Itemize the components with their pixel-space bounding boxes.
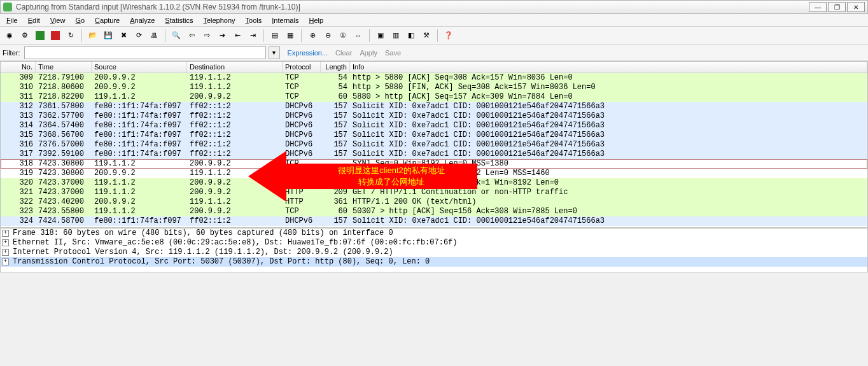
- col-header-time[interactable]: Time: [36, 62, 92, 73]
- filter-dropdown-button[interactable]: ▼: [269, 46, 280, 59]
- detail-tree-row[interactable]: +Internet Protocol Version 4, Src: 119.1…: [1, 248, 867, 257]
- print-icon[interactable]: 🖶: [147, 29, 161, 43]
- menu-item[interactable]: Analyze: [125, 15, 160, 25]
- packet-cell: 157: [321, 102, 350, 111]
- zoom-reset-icon[interactable]: ①: [336, 29, 350, 43]
- col-header-destination[interactable]: Destination: [187, 62, 283, 73]
- capture-filters-icon[interactable]: ▣: [374, 29, 388, 43]
- save-file-icon[interactable]: 💾: [101, 29, 115, 43]
- packet-cell: Solicit XID: 0xe7adc1 CID: 0001000121e54…: [350, 130, 867, 140]
- packet-cell: DHCPv6: [283, 121, 321, 130]
- menu-item[interactable]: Help: [304, 15, 328, 25]
- packet-cell: SYN] Seq=0 Win=8192 Len=0 MSS=1380: [350, 159, 867, 169]
- maximize-button[interactable]: ❐: [828, 2, 846, 12]
- expand-toggle-icon[interactable]: +: [2, 239, 9, 246]
- open-file-icon[interactable]: 📂: [86, 29, 100, 43]
- packet-row[interactable]: 3167376.57000fe80::1f1:74fa:f097ff02::1:…: [1, 140, 867, 150]
- packet-row[interactable]: 3107218.80600200.9.9.2119.1.1.2TCP54http…: [1, 83, 867, 92]
- col-header-protocol[interactable]: Protocol: [283, 62, 321, 73]
- packet-cell: 157: [321, 140, 350, 150]
- menu-item[interactable]: Tools: [241, 15, 267, 25]
- close-file-icon[interactable]: ✖: [116, 29, 130, 43]
- filter-expression-link[interactable]: Expression...: [288, 49, 328, 57]
- packet-row[interactable]: 3127361.57800fe80::1f1:74fa:f097ff02::1:…: [1, 102, 867, 111]
- zoom-out-icon[interactable]: ⊖: [321, 29, 335, 43]
- preferences-icon[interactable]: ⚒: [419, 29, 433, 43]
- menu-item[interactable]: Statistics: [160, 15, 198, 25]
- close-button[interactable]: ✕: [847, 2, 865, 12]
- packet-cell: DHCPv6: [283, 150, 321, 159]
- packet-row[interactable]: 3247424.58700fe80::1f1:74fa:f097ff02::1:…: [1, 216, 867, 226]
- packet-row[interactable]: 3187423.30800119.1.1.2200.9.9.2TCPSYN] S…: [1, 159, 867, 169]
- menu-item[interactable]: Edit: [23, 15, 45, 25]
- zoom-in-icon[interactable]: ⊕: [305, 29, 319, 43]
- restart-capture-icon[interactable]: ↻: [64, 29, 78, 43]
- colorize-icon[interactable]: ▤: [268, 29, 282, 43]
- packet-cell: Solicit XID: 0xe7adc1 CID: 0001000121e54…: [350, 102, 867, 111]
- coloring-rules-icon[interactable]: ◧: [404, 29, 418, 43]
- col-header-source[interactable]: Source: [92, 62, 187, 73]
- packet-cell: 200.9.9.2: [187, 207, 283, 216]
- detail-text: Frame 318: 60 bytes on wire (480 bits), …: [11, 229, 393, 238]
- start-capture-icon[interactable]: [33, 29, 47, 43]
- packet-cell: 315: [1, 130, 36, 140]
- packet-row[interactable]: 3097218.79100200.9.9.2119.1.1.2TCP54http…: [1, 73, 867, 83]
- packet-list-pane[interactable]: No. Time Source Destination Protocol Len…: [0, 61, 868, 228]
- reload-icon[interactable]: ⟳: [132, 29, 146, 43]
- detail-tree-row[interactable]: +Transmission Control Protocol, Src Port…: [1, 257, 867, 267]
- expand-toggle-icon[interactable]: +: [2, 230, 9, 237]
- interfaces-icon[interactable]: ◉: [3, 29, 17, 43]
- packet-row[interactable]: 3217423.37000119.1.1.2200.9.9.2HTTP209GE…: [1, 188, 867, 197]
- stop-capture-icon[interactable]: [48, 29, 62, 43]
- packet-cell: DHCPv6: [283, 102, 321, 111]
- detail-tree-row[interactable]: +Frame 318: 60 bytes on wire (480 bits),…: [1, 229, 867, 238]
- go-forward-icon[interactable]: ⇨: [200, 29, 214, 43]
- menu-item[interactable]: File: [1, 15, 23, 25]
- packet-row[interactable]: 3177392.59100fe80::1f1:74fa:f097ff02::1:…: [1, 150, 867, 159]
- packet-cell: 309: [1, 73, 36, 83]
- packet-row[interactable]: 3237423.55800119.1.1.2200.9.9.2TCP605030…: [1, 207, 867, 216]
- find-icon[interactable]: 🔍: [169, 29, 183, 43]
- filter-save-link[interactable]: Save: [385, 49, 401, 57]
- packet-row[interactable]: 3227423.40200200.9.9.2119.1.1.2HTTP361HT…: [1, 197, 867, 207]
- help-icon[interactable]: ❓: [442, 29, 456, 43]
- menu-item[interactable]: Go: [70, 15, 90, 25]
- filter-clear-link[interactable]: Clear: [335, 49, 352, 57]
- packet-row[interactable]: 3157368.56700fe80::1f1:74fa:f097ff02::1:…: [1, 130, 867, 140]
- packet-cell: TCP: [283, 159, 321, 169]
- detail-tree-row[interactable]: +Ethernet II, Src: Vmware_ac:5e:e8 (00:0…: [1, 238, 867, 248]
- packet-row[interactable]: 3117218.82200119.1.1.2200.9.9.2TCP605880…: [1, 92, 867, 102]
- filter-apply-link[interactable]: Apply: [360, 49, 377, 57]
- minimize-button[interactable]: —: [809, 2, 827, 12]
- auto-scroll-icon[interactable]: ▦: [283, 29, 297, 43]
- menu-item[interactable]: Internals: [267, 15, 304, 25]
- expand-toggle-icon[interactable]: +: [2, 258, 9, 265]
- go-back-icon[interactable]: ⇦: [185, 29, 199, 43]
- go-last-icon[interactable]: ⇥: [246, 29, 260, 43]
- col-header-info[interactable]: Info: [350, 62, 867, 73]
- packet-row[interactable]: 3207423.37000119.1.1.2200.9.9.2TCP605030…: [1, 178, 867, 188]
- col-header-length[interactable]: Length: [321, 62, 350, 73]
- packet-cell: 311: [1, 92, 36, 102]
- packet-row[interactable]: 3147364.57400fe80::1f1:74fa:f097ff02::1:…: [1, 121, 867, 130]
- packet-cell: 361: [321, 197, 350, 207]
- packet-cell: 5880 > http [ACK] Seq=157 Ack=309 Win=78…: [350, 92, 867, 102]
- packet-cell: 7423.37000: [36, 178, 92, 188]
- menu-item[interactable]: View: [45, 15, 71, 25]
- resize-columns-icon[interactable]: ↔: [351, 29, 365, 43]
- filter-input[interactable]: [24, 46, 266, 59]
- menu-item[interactable]: Capture: [90, 15, 125, 25]
- packet-details-pane[interactable]: +Frame 318: 60 bytes on wire (480 bits),…: [0, 228, 868, 272]
- go-first-icon[interactable]: ⇤: [230, 29, 244, 43]
- packet-cell: 312: [1, 102, 36, 111]
- display-filters-icon[interactable]: ▥: [389, 29, 403, 43]
- packet-row[interactable]: 3197423.30800200.9.9.2119.1.1.2TCPN, ACK…: [1, 169, 867, 178]
- packet-cell: 50307 > http [ACK] Seq=1 Ack=1 Win=8192 …: [350, 178, 867, 188]
- packet-cell: TCP: [283, 169, 321, 178]
- options-icon[interactable]: ⚙: [18, 29, 32, 43]
- col-header-no[interactable]: No.: [1, 62, 36, 73]
- go-to-icon[interactable]: ➔: [215, 29, 229, 43]
- menu-item[interactable]: Telephony: [198, 15, 240, 25]
- packet-row[interactable]: 3137362.57700fe80::1f1:74fa:f097ff02::1:…: [1, 111, 867, 121]
- expand-toggle-icon[interactable]: +: [2, 249, 9, 256]
